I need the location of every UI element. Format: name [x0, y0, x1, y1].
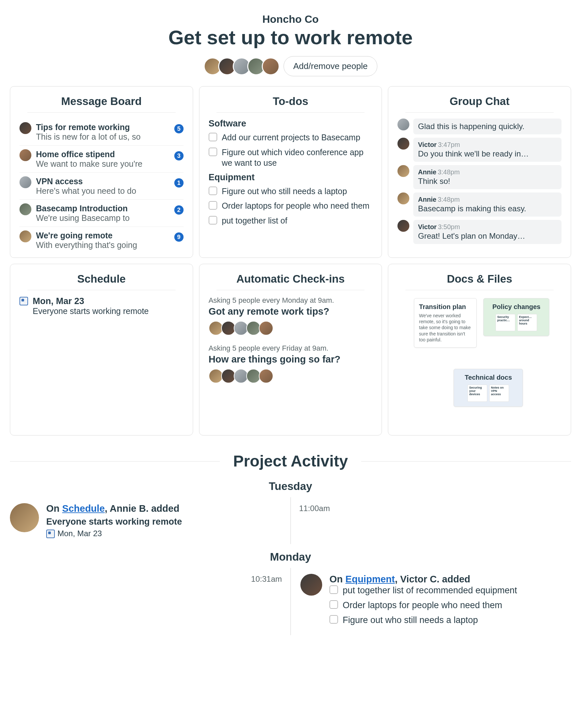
todo-label: Order laptops for people who need them	[343, 600, 502, 611]
todo-item[interactable]: Figure out which video conference app we…	[209, 147, 373, 168]
activity-entry[interactable]: On Equipment, Victor C. addedput togethe…	[10, 568, 571, 635]
chat-text: Basecamp is making this easy.	[418, 204, 557, 213]
card-title: To-dos	[216, 95, 365, 112]
mini-doc: Securing your devices	[468, 385, 487, 402]
checkins-card[interactable]: Automatic Check-ins Asking 5 people ever…	[199, 264, 382, 436]
checkbox-icon[interactable]	[209, 201, 217, 210]
activity-link[interactable]: Equipment	[345, 574, 395, 584]
message-item[interactable]: We're going remoteWith everything that's…	[20, 227, 184, 254]
avatar-icon	[20, 122, 31, 134]
checkin-question: Got any remote work tips?	[209, 306, 373, 317]
message-item[interactable]: VPN accessHere's what you need to do1	[20, 173, 184, 200]
chat-author: Victor	[418, 223, 437, 230]
todo-label: Figure out who still needs a laptop	[343, 615, 478, 626]
message-item[interactable]: Basecamp IntroductionWe're using Basecam…	[20, 200, 184, 227]
avatar-icon	[397, 165, 410, 177]
chat-time: 3:48pm	[438, 168, 460, 176]
schedule-item[interactable]: Mon, Mar 23 Everyone starts working remo…	[20, 296, 184, 316]
todos-card[interactable]: To-dos SoftwareAdd our current projects …	[199, 86, 382, 258]
mini-doc: Expect… around hours	[517, 314, 537, 331]
checkbox-icon[interactable]	[209, 216, 217, 225]
message-excerpt: We're using Basecamp to	[36, 213, 170, 223]
checkbox-icon[interactable]	[329, 600, 338, 609]
message-excerpt: This is new for a lot of us, so	[36, 132, 170, 141]
comment-count-badge: 1	[174, 178, 184, 187]
activity-todo-item[interactable]: Figure out who still needs a laptop	[329, 615, 571, 626]
avatar-icon	[20, 230, 31, 242]
checkbox-icon[interactable]	[329, 586, 338, 594]
calendar-icon	[20, 297, 28, 305]
message-board-card[interactable]: Message Board Tips for remote workingThi…	[10, 86, 193, 258]
avatar-icon	[20, 203, 31, 215]
avatar-icon	[300, 574, 322, 596]
avatar-icon	[10, 503, 39, 532]
mini-doc: Security practic…	[496, 314, 515, 331]
schedule-date: Mon, Mar 23	[33, 296, 149, 306]
message-title: Tips for remote working	[36, 122, 170, 132]
message-title: We're going remote	[36, 230, 170, 240]
message-item[interactable]: Home office stipendWe want to make sure …	[20, 146, 184, 173]
chat-time: 3:47pm	[438, 141, 460, 148]
activity-day-label: Tuesday	[10, 480, 571, 493]
comment-count-badge: 9	[174, 232, 184, 242]
doc-thumb-policy[interactable]: Policy changes Security practic… Expect……	[483, 298, 549, 336]
checkin-item[interactable]: Asking 5 people every Friday at 9am.How …	[209, 344, 373, 383]
chat-text: Glad this is happening quickly.	[418, 122, 557, 131]
checkbox-icon[interactable]	[329, 615, 338, 624]
message-excerpt: With everything that's going	[36, 240, 170, 250]
group-chat-card[interactable]: Group Chat Glad this is happening quickl…	[388, 86, 571, 258]
header-avatars[interactable]	[204, 57, 280, 75]
comment-count-badge: 5	[174, 124, 184, 133]
chat-message[interactable]: Victor3:47pmDo you think we'll be ready …	[397, 138, 561, 162]
activity-headline: On Schedule, Annie B. added	[46, 503, 281, 514]
activity-link[interactable]: Schedule	[62, 503, 105, 514]
doc-body: We've never worked remote, so it's going…	[419, 313, 472, 343]
activity-date: Mon, Mar 23	[57, 529, 102, 538]
todo-item[interactable]: put together list of	[209, 215, 373, 226]
chat-time: 3:50pm	[438, 223, 460, 230]
checkbox-icon[interactable]	[209, 133, 217, 141]
docs-files-card[interactable]: Docs & Files Transition plan We've never…	[388, 264, 571, 436]
doc-thumb-transition[interactable]: Transition plan We've never worked remot…	[414, 298, 477, 348]
chat-time: 3:48pm	[438, 196, 460, 203]
activity-todo-item[interactable]: put together list of recommended equipme…	[329, 585, 571, 596]
chat-author: Annie	[418, 168, 437, 176]
checkin-question: How are things going so far?	[209, 354, 373, 365]
activity-todo-item[interactable]: Order laptops for people who need them	[329, 600, 571, 611]
todo-label: Figure out who still needs a laptop	[222, 186, 347, 197]
avatar-icon	[397, 220, 410, 232]
todo-item[interactable]: Figure out who still needs a laptop	[209, 186, 373, 197]
todo-label: Figure out which video conference app we…	[222, 147, 373, 168]
schedule-card[interactable]: Schedule Mon, Mar 23 Everyone starts wor…	[10, 264, 193, 436]
checkbox-icon[interactable]	[209, 186, 217, 195]
chat-message[interactable]: Annie3:48pmThink so!	[397, 165, 561, 189]
todo-item[interactable]: Order laptops for people who need them	[209, 201, 373, 211]
doc-title: Transition plan	[419, 303, 472, 311]
card-title: Group Chat	[405, 95, 554, 112]
project-title: Get set up to work remote	[10, 26, 571, 49]
chat-message[interactable]: Glad this is happening quickly.	[397, 119, 561, 134]
chat-author: Annie	[418, 196, 437, 203]
avatar-icon	[259, 321, 273, 335]
chat-text: Think so!	[418, 177, 557, 186]
todo-item[interactable]: Add our current projects to Basecamp	[209, 132, 373, 143]
chat-message[interactable]: Annie3:48pmBasecamp is making this easy.	[397, 192, 561, 216]
card-title: Automatic Check-ins	[216, 273, 365, 290]
comment-count-badge: 2	[174, 205, 184, 215]
chat-text: Do you think we'll be ready in…	[418, 149, 557, 158]
add-remove-people-button[interactable]: Add/remove people	[284, 56, 377, 76]
avatar-icon[interactable]	[262, 57, 280, 75]
doc-title: Technical docs	[458, 374, 518, 381]
doc-thumb-technical[interactable]: Technical docs Securing your devices Not…	[454, 369, 523, 407]
activity-time: 10:31am	[251, 574, 290, 584]
todo-section-title[interactable]: Equipment	[209, 172, 373, 183]
chat-message[interactable]: Victor3:50pmGreat! Let's plan on Monday…	[397, 220, 561, 244]
message-item[interactable]: Tips for remote workingThis is new for a…	[20, 119, 184, 146]
checkbox-icon[interactable]	[209, 148, 217, 156]
checkin-meta: Asking 5 people every Friday at 9am.	[209, 344, 373, 353]
checkin-item[interactable]: Asking 5 people every Monday at 9am.Got …	[209, 296, 373, 335]
avatar-icon	[259, 369, 273, 383]
todo-label: Add our current projects to Basecamp	[222, 132, 361, 143]
todo-section-title[interactable]: Software	[209, 119, 373, 129]
activity-entry[interactable]: On Schedule, Annie B. addedEveryone star…	[10, 497, 571, 544]
